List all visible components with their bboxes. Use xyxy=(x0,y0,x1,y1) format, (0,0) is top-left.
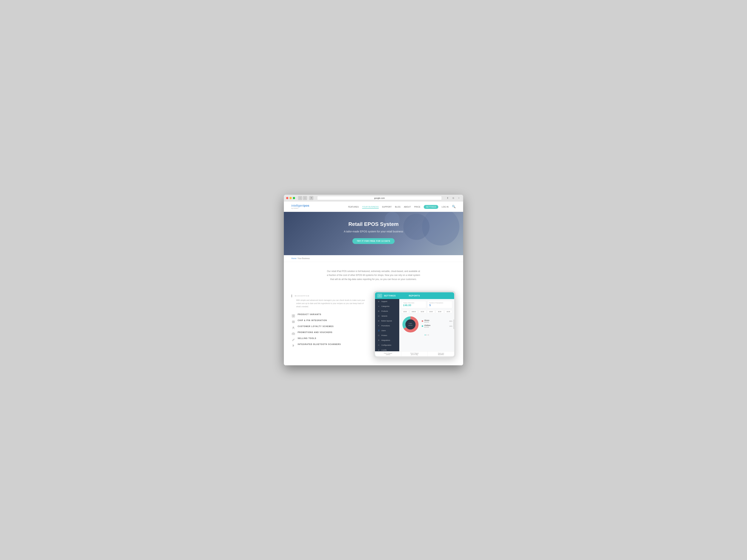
sidebar-label-products: Products xyxy=(381,310,388,312)
nav-item-price[interactable]: PRICE xyxy=(414,205,420,208)
breadcrumb-home[interactable]: Home xyxy=(291,258,297,260)
ipad-mockup-container: ‹ SETTINGS REPORTS ⊕ Support xyxy=(374,291,456,358)
feature-loyalty: CUSTOMER LOYALTY SCHEMES xyxy=(291,325,368,330)
traffic-lights xyxy=(286,197,295,199)
nav-item-blog[interactable]: BLOG xyxy=(395,205,401,208)
back-nav-button[interactable]: ‹ xyxy=(298,196,302,200)
variants-icon: ⊟ xyxy=(378,315,380,317)
nav-item-your-business[interactable]: YOUR BUSINESS xyxy=(362,205,379,208)
hero-cta-button[interactable]: TRY IT FOR FREE FOR 14 DAYS xyxy=(353,238,395,244)
total-sales-label: Today's Total Sales xyxy=(403,302,424,303)
nav-item-login[interactable]: LOG IN xyxy=(442,205,448,208)
add-tab-icon[interactable]: + xyxy=(457,196,461,200)
logo[interactable]: intelligentpos by iZettle® xyxy=(291,204,309,209)
feature-promotions: PROMOTIONS AND VOUCHERS xyxy=(291,331,368,336)
categories-icon: ≡ xyxy=(378,305,380,308)
sidebar-label-categories: Categories xyxy=(381,305,390,307)
logo-intelligent: intelligent xyxy=(291,204,304,207)
sidebar-toggle-button[interactable]: ☰ xyxy=(309,196,313,200)
nav-search-icon[interactable]: 🔍 xyxy=(452,205,456,208)
nav-item-features[interactable]: FEATURES xyxy=(348,205,359,208)
ipad-home-button-inner xyxy=(454,321,456,327)
ipad-frame: ‹ SETTINGS REPORTS ⊕ Support xyxy=(374,291,456,358)
sidebar-item-variants[interactable]: ⊟ Variants xyxy=(375,314,399,318)
loyalty-menu-icon: ♠ xyxy=(378,349,380,351)
duplicate-tab-icon[interactable]: ⧉ xyxy=(451,196,455,200)
svg-point-12 xyxy=(293,327,294,328)
feature-loyalty-label: CUSTOMER LOYALTY SCHEMES xyxy=(298,325,334,327)
svg-rect-14 xyxy=(292,333,295,335)
minimize-button[interactable] xyxy=(289,197,292,199)
carousel-dot-2[interactable] xyxy=(426,335,427,336)
nav-item-support[interactable]: SUPPORT xyxy=(382,205,392,208)
donut-chart: Cate- gories xyxy=(401,315,420,334)
carousel-dot-3[interactable] xyxy=(428,335,429,336)
svg-text:gories: gories xyxy=(408,324,413,326)
sidebar-item-users[interactable]: 👤 Users xyxy=(375,328,399,333)
feature-chip-pin-label: CHIP & PIN INTEGRATION xyxy=(298,319,327,321)
tools-icon xyxy=(291,338,295,342)
app-back-button[interactable]: ‹ xyxy=(377,294,382,298)
hero-title: Retail EPOS System xyxy=(291,221,456,227)
reports-stats: Today's Total Sales £46.00 Number of Tra… xyxy=(401,301,452,308)
sidebar-item-support[interactable]: ⊕ Support xyxy=(375,299,399,304)
open-backoffice-button[interactable]: Open yourBackoffice xyxy=(428,351,454,356)
sidebar-label-users: Users xyxy=(381,330,386,331)
app-sidebar: ⊕ Support ≡ Categories ⊞ xyxy=(375,299,399,351)
legend-shoes-label: Shoes xyxy=(424,319,429,321)
carousel-dots xyxy=(401,334,452,336)
hero-banner: Retail EPOS System A tailor-made EPOS sy… xyxy=(284,212,463,255)
browser-actions: ⬆ ⧉ + xyxy=(445,196,461,200)
app-settings-label: SETTINGS xyxy=(384,295,396,297)
sidebar-item-printers[interactable]: ⊡ Printers xyxy=(375,333,399,338)
sales-cell-3: £0.00 xyxy=(427,310,435,313)
sidebar-item-products[interactable]: ⊞ Products xyxy=(375,309,399,314)
button-layouts-icon: ⊞ xyxy=(378,320,380,322)
nav-buttons: ‹ › xyxy=(298,196,307,200)
svg-rect-1 xyxy=(293,314,295,316)
backoffice-title: ▌ BACKOFFICE xyxy=(291,295,368,297)
products-icon: ⊞ xyxy=(378,310,380,312)
sales-row: £0.00 £46.00 £0.00 £0.00 £0.00 £0.00 xyxy=(401,310,452,313)
sidebar-item-button-layouts[interactable]: ⊞ Button layouts xyxy=(375,318,399,323)
browser-window: ‹ › ☰ google.com ⬆ ⧉ + intelligentpos by… xyxy=(284,195,463,365)
total-sales-value: £46.00 xyxy=(403,304,411,307)
svg-rect-5 xyxy=(293,321,294,322)
nav-links-list: FEATURES YOUR BUSINESS SUPPORT BLOG ABOU… xyxy=(348,205,456,208)
website-content: intelligentpos by iZettle® FEATURES YOUR… xyxy=(284,202,463,365)
sidebar-label-button-layouts: Button layouts xyxy=(381,320,392,322)
sidebar-item-promotions[interactable]: ✦ Promotions xyxy=(375,323,399,328)
sidebar-item-configuration[interactable]: ⊙ Configuration xyxy=(375,343,399,348)
share-icon[interactable]: ⬆ xyxy=(445,196,450,200)
print-z-report-button[interactable]: Print Z Report(End of day) xyxy=(402,351,428,356)
sidebar-label-integrations: Integrations xyxy=(381,339,390,341)
nav-item-free-trial[interactable]: SETTINGS xyxy=(424,205,438,208)
app-reports-label: REPORTS xyxy=(409,295,420,297)
breadcrumb: Home / Your Business xyxy=(284,255,463,262)
sidebar-item-categories[interactable]: ≡ Categories xyxy=(375,304,399,309)
sidebar-label-variants: Variants xyxy=(381,315,387,317)
url-bar[interactable]: google.com xyxy=(317,196,442,200)
main-navigation: intelligentpos by iZettle® FEATURES YOUR… xyxy=(284,202,463,212)
sidebar-item-integrations[interactable]: ⚙ Integrations xyxy=(375,338,399,343)
sidebar-label-printers: Printers xyxy=(381,335,387,337)
sidebar-label-configuration: Configuration xyxy=(381,344,391,346)
sales-cell-4: £0.00 xyxy=(436,310,443,313)
integrations-icon: ⚙ xyxy=(378,339,380,341)
nav-item-about[interactable]: ABOUT xyxy=(404,205,411,208)
forward-nav-button[interactable]: › xyxy=(303,196,307,200)
transactions-value: 5 xyxy=(429,304,431,307)
hero-subtitle: A tailor-made EPOS system for your retai… xyxy=(291,230,456,234)
feature-product-variants-label: PRODUCT VARIANTS xyxy=(298,313,321,316)
browser-titlebar: ‹ › ☰ google.com ⬆ ⧉ + xyxy=(284,195,463,202)
close-button[interactable] xyxy=(286,197,288,199)
legend-dot-clothes xyxy=(422,325,423,327)
ipad-home-button[interactable] xyxy=(454,320,456,329)
svg-point-13 xyxy=(293,327,294,328)
loyalty-icon xyxy=(291,326,295,330)
carousel-dot-1[interactable] xyxy=(425,335,426,336)
intro-paragraph: Our retail iPad POS solution is full-fea… xyxy=(327,269,420,282)
users-icon: 👤 xyxy=(378,329,380,332)
configuration-icon: ⊙ xyxy=(378,344,380,346)
maximize-button[interactable] xyxy=(293,197,295,199)
